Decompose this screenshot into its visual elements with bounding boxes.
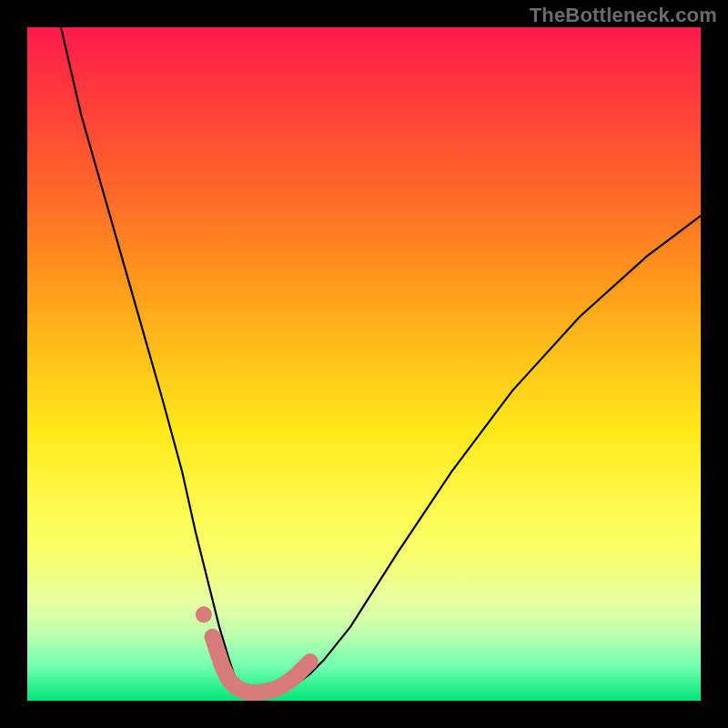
highlight-band <box>213 637 310 693</box>
highlight-dot <box>196 606 212 622</box>
chart-overlay <box>27 27 701 701</box>
svg-point-0 <box>196 606 212 622</box>
chart-frame: TheBottleneck.com <box>0 0 728 728</box>
bottleneck-curve <box>61 27 701 694</box>
watermark-text: TheBottleneck.com <box>530 4 717 27</box>
